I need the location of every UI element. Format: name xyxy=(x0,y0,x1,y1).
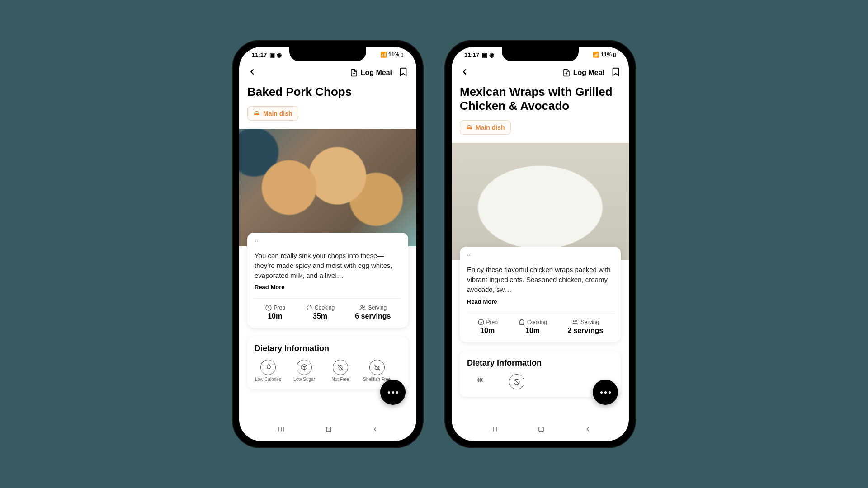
stat-cooking-label: Cooking xyxy=(315,305,335,311)
stat-serving: Serving 6 servings xyxy=(355,304,391,320)
free-icon xyxy=(509,374,524,389)
dish-icon xyxy=(253,110,260,117)
quote-mark-icon: “ xyxy=(467,255,613,259)
phone-screen: 11:17 ▣ ◉ 📶 11% ▯ Log Meal xyxy=(239,47,416,441)
read-more-button[interactable]: Read More xyxy=(467,298,497,305)
phone-mockup-left: 11:17 ▣ ◉ 📶 11% ▯ Log Meal xyxy=(233,41,423,447)
recipe-description: You can really sink your chops into thes… xyxy=(255,251,401,280)
battery-icon: ▯ xyxy=(401,52,404,58)
tag-label: Main dish xyxy=(263,110,292,117)
nav-home-button[interactable] xyxy=(324,425,333,436)
more-options-fab[interactable] xyxy=(380,380,406,405)
signal-icon: 📶 xyxy=(380,52,387,58)
stat-serving-value: 2 servings xyxy=(567,327,603,335)
notch xyxy=(289,47,366,61)
category-tag[interactable]: Main dish xyxy=(247,106,298,121)
stat-prep-value: 10m xyxy=(477,327,498,335)
svg-rect-11 xyxy=(326,427,331,432)
divider xyxy=(255,298,401,299)
back-button[interactable] xyxy=(460,67,470,79)
back-button[interactable] xyxy=(247,67,257,79)
phone-mockup-right: 11:17 ▣ ◉ 📶 11% ▯ Log Meal xyxy=(445,41,635,447)
dietary-item: Low Calories xyxy=(255,360,282,382)
log-meal-button[interactable]: Log Meal xyxy=(562,68,604,77)
recipe-title: Mexican Wraps with Grilled Chicken & Avo… xyxy=(460,85,621,113)
nav-back-button[interactable] xyxy=(372,425,379,435)
svg-point-4 xyxy=(363,306,364,308)
recipe-description: Enjoy these flavorful chicken wraps pack… xyxy=(467,265,613,294)
clock-icon xyxy=(477,319,485,326)
dietary-label: Low Calories xyxy=(255,377,281,382)
dietary-title: Dietary Information xyxy=(467,358,613,368)
cube-icon xyxy=(297,360,312,375)
divider xyxy=(467,313,613,313)
chevron-left-icon xyxy=(460,67,470,77)
more-options-fab[interactable] xyxy=(593,380,618,405)
document-plus-icon xyxy=(562,68,571,77)
shellfish-free-icon xyxy=(369,360,385,375)
status-time: 11:17 xyxy=(252,52,267,58)
dietary-item xyxy=(503,374,530,389)
phone-screen: 11:17 ▣ ◉ 📶 11% ▯ Log Meal xyxy=(452,47,629,441)
log-meal-label: Log Meal xyxy=(361,69,392,77)
bookmark-button[interactable] xyxy=(611,67,621,79)
bookmark-icon xyxy=(398,67,408,77)
clock-icon xyxy=(265,304,272,311)
recipe-title: Baked Pork Chops xyxy=(247,85,408,99)
stats-row: Prep 10m Cooking 35m Serving 6 servings xyxy=(255,304,401,320)
dietary-section: Dietary Information Low Calories Low Sug… xyxy=(247,337,408,389)
quote-mark-icon: “ xyxy=(255,241,401,245)
status-app-icons: ▣ ◉ xyxy=(482,52,494,58)
dish-icon xyxy=(466,124,473,131)
log-meal-label: Log Meal xyxy=(573,69,604,77)
system-nav-bar xyxy=(239,419,416,441)
people-icon xyxy=(359,304,366,311)
system-nav-bar xyxy=(452,419,629,441)
stat-cooking-value: 35m xyxy=(306,312,335,320)
flame-icon xyxy=(260,360,276,375)
category-tag[interactable]: Main dish xyxy=(460,120,511,135)
dietary-title: Dietary Information xyxy=(255,344,401,353)
svg-rect-22 xyxy=(539,427,543,432)
chevron-left-icon xyxy=(247,67,257,77)
bookmark-icon xyxy=(611,67,621,77)
signal-icon: 📶 xyxy=(593,52,599,58)
stat-cooking-value: 10m xyxy=(518,327,547,335)
dietary-label: Low Sugar xyxy=(293,377,315,382)
nav-recents-button[interactable] xyxy=(277,425,286,435)
chef-hat-icon xyxy=(518,319,525,326)
notch xyxy=(502,47,579,61)
nav-home-button[interactable] xyxy=(537,425,546,436)
log-meal-button[interactable]: Log Meal xyxy=(350,68,392,77)
recipe-image xyxy=(239,129,416,246)
stat-cooking: Cooking 10m xyxy=(518,319,547,335)
stat-prep: Prep 10m xyxy=(265,304,285,320)
svg-point-15 xyxy=(573,320,575,322)
stat-prep-label: Prep xyxy=(274,305,285,311)
stats-row: Prep 10m Cooking 10m Serving 2 servings xyxy=(467,319,613,335)
dietary-item: Nut Free xyxy=(327,360,354,382)
read-more-button[interactable]: Read More xyxy=(255,284,284,291)
stat-prep-label: Prep xyxy=(486,319,498,325)
battery-text: 11% xyxy=(601,52,612,58)
bookmark-button[interactable] xyxy=(398,67,408,79)
chef-hat-icon xyxy=(306,304,313,311)
svg-point-3 xyxy=(361,306,363,308)
document-plus-icon xyxy=(350,68,358,77)
stat-cooking-label: Cooking xyxy=(527,319,547,325)
people-icon xyxy=(571,319,579,326)
stat-prep-value: 10m xyxy=(265,312,285,320)
dietary-item: Low Sugar xyxy=(291,360,318,382)
dietary-label: Nut Free xyxy=(332,377,349,382)
recipe-info-card: “ Enjoy these flavorful chicken wraps pa… xyxy=(460,247,621,342)
battery-icon: ▯ xyxy=(613,52,616,58)
dietary-item: Shellfish Free xyxy=(363,360,391,382)
tag-label: Main dish xyxy=(476,124,505,131)
battery-text: 11% xyxy=(388,52,399,58)
svg-point-16 xyxy=(576,320,577,322)
nav-back-button[interactable] xyxy=(584,425,591,435)
top-bar: Log Meal xyxy=(452,62,629,83)
stat-cooking: Cooking 35m xyxy=(306,304,335,320)
nav-recents-button[interactable] xyxy=(489,425,498,435)
dietary-item xyxy=(467,374,494,389)
